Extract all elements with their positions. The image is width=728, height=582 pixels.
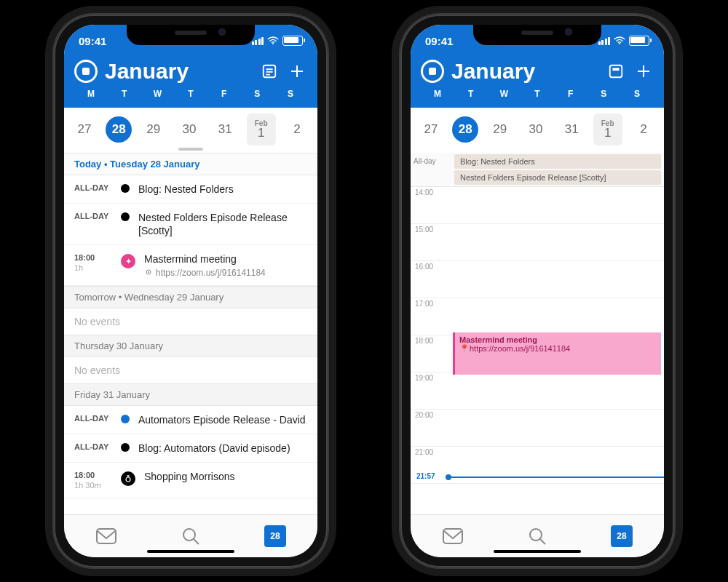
tab-search[interactable]	[178, 523, 204, 549]
svg-line-12	[194, 539, 199, 544]
drag-handle-icon[interactable]	[178, 148, 203, 151]
event-title: Shopping Morrisons	[144, 470, 307, 483]
day-of-week-row: MTWTFSS	[421, 86, 654, 103]
svg-point-11	[183, 529, 195, 541]
month-title[interactable]: January	[105, 59, 252, 84]
hour-row[interactable]: 15:00	[411, 224, 664, 261]
app-logo-icon[interactable]	[74, 60, 98, 83]
no-events-label: No events	[64, 357, 317, 383]
hour-label: 18:00	[411, 335, 457, 372]
event-time: 18:001h 30m	[74, 470, 112, 490]
tab-mail[interactable]	[93, 523, 119, 549]
event-time: ALL-DAY	[74, 413, 112, 423]
hour-label: 19:00	[411, 372, 457, 409]
event-time: 18:001h	[74, 252, 112, 273]
event-dot-icon	[121, 471, 135, 486]
allday-label: All-day	[411, 153, 454, 186]
hour-label: 17:00	[411, 298, 457, 335]
day-cell[interactable]: 27	[70, 113, 99, 146]
tab-calendar[interactable]: 28	[609, 523, 635, 549]
status-time: 09:41	[425, 35, 453, 47]
phone-agenda: 09:41 January	[54, 15, 328, 567]
dow-label: T	[525, 89, 550, 99]
event-title: Blog: Automators (David episode)	[138, 442, 307, 455]
hour-row[interactable]: 14:00	[411, 187, 664, 224]
day-cell[interactable]: 28	[452, 116, 478, 143]
event-dot-icon	[121, 184, 130, 193]
agenda-event-row[interactable]: 18:001h 30mShopping Morrisons	[64, 463, 317, 498]
home-indicator[interactable]	[147, 550, 234, 553]
calendar-tab-icon: 28	[611, 525, 633, 547]
event-dot-icon: ✦	[121, 254, 135, 268]
hour-label: 20:00	[411, 410, 457, 446]
day-cell[interactable]: 27	[416, 113, 446, 146]
agenda-event-row[interactable]: ALL-DAYBlog: Nested Folders	[64, 175, 317, 204]
agenda-section-header: Tomorrow • Wednesday 29 January	[64, 286, 317, 308]
agenda-event-row[interactable]: ALL-DAYNested Folders Episode Release [S…	[64, 204, 317, 245]
dow-label: F	[212, 89, 237, 99]
home-indicator[interactable]	[494, 550, 581, 553]
day-cell[interactable]: 31	[210, 113, 240, 146]
day-cell[interactable]: 28	[106, 116, 132, 143]
svg-line-20	[540, 539, 545, 544]
agenda-section-header: Today • Tuesday 28 January	[64, 153, 317, 175]
tab-calendar[interactable]: 28	[262, 523, 288, 549]
dow-label: W	[491, 89, 516, 99]
allday-event[interactable]: Blog: Nested Folders	[454, 154, 661, 169]
week-strip[interactable]: 2728293031Feb12	[64, 108, 317, 153]
event-dot-icon	[121, 212, 130, 221]
dow-label: S	[625, 89, 649, 99]
day-cell[interactable]: 29	[486, 113, 515, 146]
svg-point-19	[530, 529, 542, 541]
tab-search[interactable]	[524, 523, 550, 549]
hour-row[interactable]: 17:00	[411, 298, 664, 335]
dow-label: W	[145, 89, 170, 99]
agenda-event-row[interactable]: 18:001h✦Mastermind meetinghttps://zoom.u…	[64, 245, 317, 286]
app-logo-icon[interactable]	[421, 60, 444, 83]
event-title: Nested Folders Episode Release [Scotty]	[138, 211, 307, 237]
dow-label: S	[245, 89, 269, 99]
event-location: https://zoom.us/j/916141184	[144, 268, 307, 278]
agenda-view-icon[interactable]	[259, 61, 280, 81]
event-title: Mastermind meeting	[144, 252, 307, 266]
add-event-icon[interactable]	[287, 61, 307, 81]
agenda-event-row[interactable]: ALL-DAYBlog: Automators (David episode)	[64, 434, 317, 463]
status-time: 09:41	[79, 35, 106, 47]
event-time: ALL-DAY	[74, 442, 112, 452]
add-event-icon[interactable]	[633, 61, 654, 81]
hour-grid[interactable]: 14:0015:0016:0017:0018:0019:0020:0021:00…	[411, 187, 664, 515]
day-view-icon[interactable]	[606, 61, 626, 81]
svg-point-8	[148, 271, 149, 273]
status-indicators	[598, 36, 650, 46]
timed-event-block[interactable]: Mastermind meeting📍https://zoom.us/j/916…	[453, 332, 661, 375]
day-cell[interactable]: 2	[282, 113, 312, 146]
day-cell[interactable]: 30	[175, 113, 204, 146]
svg-rect-18	[443, 529, 462, 543]
dow-label: M	[79, 89, 103, 99]
hour-row[interactable]: 19:00	[411, 372, 664, 410]
event-title: Automators Episode Release - David	[138, 413, 307, 426]
event-time: ALL-DAY	[74, 211, 112, 221]
svg-rect-10	[97, 529, 116, 543]
week-strip[interactable]: 2728293031Feb12	[411, 108, 664, 153]
svg-rect-15	[612, 68, 619, 71]
month-title[interactable]: January	[451, 59, 598, 84]
tab-mail[interactable]	[440, 523, 466, 549]
battery-icon	[282, 36, 303, 46]
day-cell[interactable]: Feb1	[593, 113, 622, 146]
day-cell[interactable]: 30	[521, 113, 550, 146]
day-cell[interactable]: 2	[629, 113, 658, 146]
hour-label: 14:00	[411, 187, 457, 223]
calendar-header: January MTWTFSS	[64, 57, 317, 108]
agenda-list[interactable]: Today • Tuesday 28 JanuaryALL-DAYBlog: N…	[64, 153, 317, 515]
allday-event[interactable]: Nested Folders Episode Release [Scotty]	[454, 170, 661, 185]
day-cell[interactable]: 31	[557, 113, 586, 146]
agenda-event-row[interactable]: ALL-DAYAutomators Episode Release - Davi…	[64, 406, 317, 434]
day-cell[interactable]: 29	[139, 113, 168, 146]
dow-label: T	[178, 89, 203, 99]
hour-row[interactable]: 16:00	[411, 261, 664, 298]
battery-icon	[629, 36, 649, 46]
hour-row[interactable]: 20:00	[411, 410, 664, 447]
agenda-section-header: Thursday 30 January	[64, 335, 317, 357]
day-cell[interactable]: Feb1	[247, 113, 276, 146]
